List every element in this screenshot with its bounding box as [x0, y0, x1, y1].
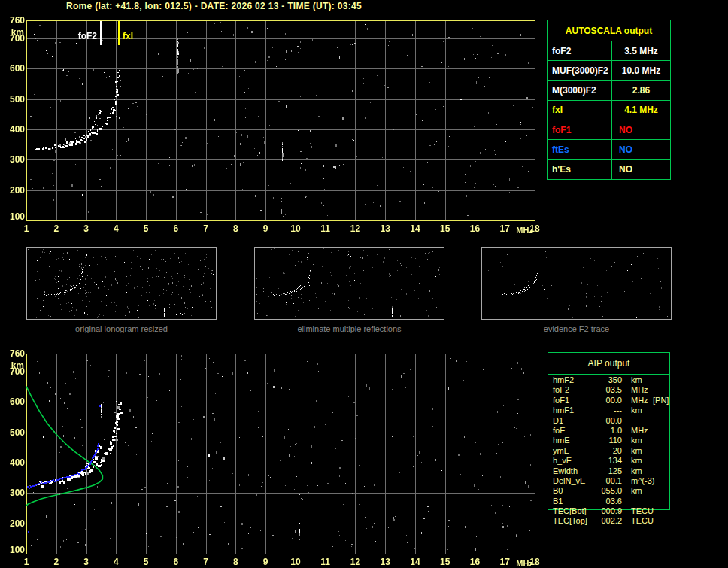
autoscala-row-value: NO: [612, 140, 670, 159]
aip-row-unit: [631, 497, 653, 506]
aip-row-label: TEC[Top]: [553, 516, 596, 526]
aip-row-label: Ewidth: [553, 466, 596, 476]
table-row: M(3000)F2 2.86: [548, 81, 670, 101]
aip-row-unit: km: [631, 456, 653, 466]
aip-row-value: 110: [596, 436, 622, 445]
aip-row-value: 134: [596, 456, 622, 466]
table-row: fxI 4.1 MHz: [548, 101, 670, 120]
autoscala-row-value: 4.1 MHz: [612, 101, 670, 120]
aip-row-label: foF1: [553, 396, 596, 405]
aip-row-value: 002.2: [596, 516, 622, 526]
aip-row-label: hmF1: [553, 405, 596, 415]
table-row: B103.6: [553, 497, 669, 506]
autoscala-row-value: 10.0 MHz: [612, 61, 670, 80]
aip-row-label: TEC[Bot]: [553, 506, 596, 516]
aip-table-header: AIP output: [548, 353, 669, 375]
table-row: foF100.0MHz[PN]: [553, 396, 669, 405]
caption-evidence-f2-trace: evidence F2 trace: [481, 324, 672, 333]
autoscala-row-label: M(3000)F2: [548, 81, 612, 100]
aip-row-value: 125: [596, 466, 622, 476]
table-row: B0055.0km: [553, 486, 669, 496]
aip-row-unit: TECU: [631, 506, 654, 516]
aip-row-value: 00.1: [596, 476, 622, 486]
aip-row-label: h_vE: [553, 456, 596, 466]
table-row: foF2 3.5 MHz: [548, 41, 670, 61]
aip-row-value: 03.5: [596, 385, 622, 395]
aip-row-value: 00.0: [596, 396, 622, 405]
table-row: TEC[Top]002.2TECU: [553, 516, 669, 526]
caption-original-ionogram: original ionogram resized: [26, 324, 217, 333]
table-row: D100.0: [553, 416, 669, 426]
aip-row-unit: km: [631, 436, 653, 445]
table-row: foF203.5MHz: [553, 385, 669, 395]
aip-row-label: B1: [553, 497, 596, 506]
aip-row-label: DelN_vE: [553, 476, 596, 486]
aip-row-unit: m^(-3): [631, 476, 654, 486]
autoscala-row-label: fxI: [548, 101, 612, 120]
table-row: ftEs NO: [548, 140, 670, 159]
table-row: TEC[Bot]000.9TECU: [553, 506, 669, 516]
autoscala-row-label: MUF(3000)F2: [548, 61, 612, 80]
table-row: ymE20km: [553, 446, 669, 456]
aip-row-label: hmF2: [553, 375, 596, 385]
table-row: hmE110km: [553, 436, 669, 445]
thumbnail-eliminate-reflections: [254, 247, 444, 320]
aip-row-extra: [PN]: [653, 396, 669, 405]
table-row: hmF1---km: [553, 405, 669, 415]
autoscala-row-value: NO: [612, 120, 670, 139]
aip-row-value: 03.6: [596, 497, 622, 506]
aip-row-label: foE: [553, 426, 596, 436]
autoscala-row-value: 2.86: [612, 81, 670, 100]
autoscala-row-label: h'Es: [548, 160, 612, 179]
table-row: foF1 NO: [548, 120, 670, 140]
autoscala-row-label: ftEs: [548, 140, 612, 159]
autoscala-row-value: 3.5 MHz: [612, 41, 670, 60]
aip-row-unit: MHz: [631, 396, 653, 405]
aip-row-unit: km: [631, 466, 653, 476]
aip-row-value: 1.0: [596, 426, 622, 436]
aip-row-unit: km: [631, 405, 653, 415]
aip-row-unit: km: [631, 375, 653, 385]
autoscala-table-header: AUTOSCALA output: [548, 20, 670, 41]
table-row: MUF(3000)F2 10.0 MHz: [548, 61, 670, 80]
station-title: Rome (lat: +41.8, lon: 012.5) - DATE: 20…: [66, 1, 362, 11]
table-row: foE1.0MHz: [553, 426, 669, 436]
autoscala-row-label: foF2: [548, 41, 612, 60]
profile-ionogram-plot: [0, 348, 545, 568]
aip-row-unit: MHz: [631, 385, 653, 395]
table-row: h_vE134km: [553, 456, 669, 466]
caption-eliminate-reflections: eliminate multiple reflections: [254, 324, 444, 333]
table-row: DelN_vE00.1m^(-3): [553, 476, 669, 486]
aip-row-value: 20: [596, 446, 622, 456]
aip-row-label: foF2: [553, 385, 596, 395]
aip-row-label: hmE: [553, 436, 596, 445]
aip-row-value: ---: [596, 405, 622, 415]
aip-row-value: 000.9: [596, 506, 622, 516]
aip-row-unit: [631, 416, 653, 426]
aip-row-label: D1: [553, 416, 596, 426]
aip-row-unit: km: [631, 446, 653, 456]
aip-row-unit: TECU: [631, 516, 654, 526]
aip-rows: hmF2350km foF203.5MHz foF100.0MHz[PN] hm…: [553, 375, 669, 527]
thumbnail-original-ionogram: [26, 247, 217, 320]
aip-row-label: ymE: [553, 446, 596, 456]
autoscala-row-value: NO: [612, 160, 670, 179]
aip-row-value: 00.0: [596, 416, 622, 426]
autoscala-output-table: AUTOSCALA output foF2 3.5 MHz MUF(3000)F…: [547, 20, 671, 180]
aip-row-value: 055.0: [596, 486, 622, 496]
aip-output-table: AIP output hmF2350km foF203.5MHz foF100.…: [548, 352, 670, 510]
thumbnail-evidence-f2-trace: [481, 247, 672, 320]
aip-row-unit: km: [631, 486, 653, 496]
aip-row-label: B0: [553, 486, 596, 496]
scaled-ionogram-plot: [0, 15, 545, 235]
aip-row-unit: MHz: [631, 426, 653, 436]
table-row: Ewidth125km: [553, 466, 669, 476]
aip-row-value: 350: [596, 375, 622, 385]
autoscala-row-label: foF1: [548, 120, 612, 139]
table-row: hmF2350km: [553, 375, 669, 385]
table-row: h'Es NO: [548, 160, 670, 179]
